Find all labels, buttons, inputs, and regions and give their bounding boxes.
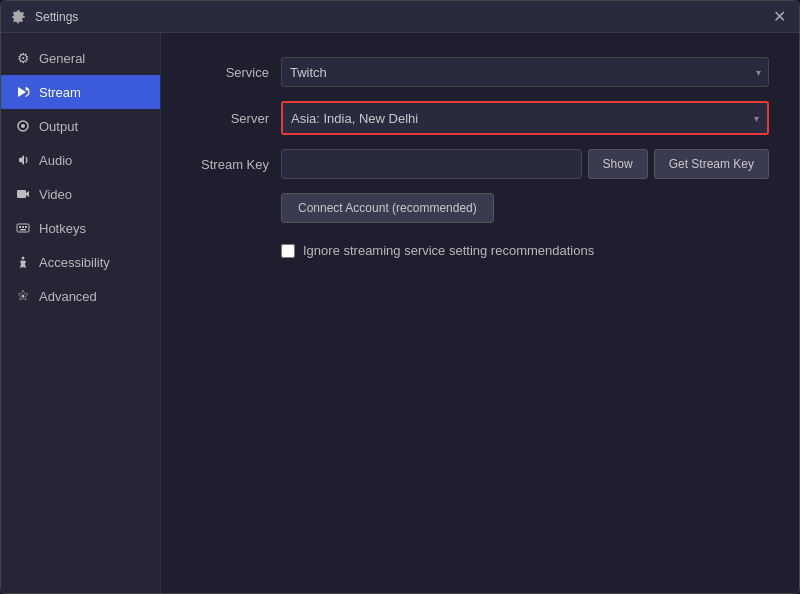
- server-label: Server: [191, 111, 281, 126]
- svg-rect-7: [25, 226, 27, 228]
- sidebar-label-hotkeys: Hotkeys: [39, 221, 86, 236]
- video-icon: [15, 186, 31, 202]
- server-select[interactable]: Asia: India, New Delhi: [283, 103, 767, 133]
- svg-point-2: [21, 124, 25, 128]
- svg-rect-6: [22, 226, 24, 228]
- sidebar-label-video: Video: [39, 187, 72, 202]
- sidebar-item-video[interactable]: Video: [1, 177, 160, 211]
- service-row: Service Twitch ▾: [191, 57, 769, 87]
- sidebar-item-advanced[interactable]: Advanced: [1, 279, 160, 313]
- svg-rect-8: [20, 229, 26, 231]
- hotkeys-icon: [15, 220, 31, 236]
- close-button[interactable]: ✕: [769, 7, 789, 27]
- sidebar-item-hotkeys[interactable]: Hotkeys: [1, 211, 160, 245]
- gear-icon: [15, 50, 31, 66]
- settings-icon: [11, 9, 27, 25]
- settings-window: Settings ✕ General Stream: [0, 0, 800, 594]
- connect-account-button[interactable]: Connect Account (recommended): [281, 193, 494, 223]
- sidebar-item-general[interactable]: General: [1, 41, 160, 75]
- show-button[interactable]: Show: [588, 149, 648, 179]
- sidebar-item-stream[interactable]: Stream: [1, 75, 160, 109]
- svg-rect-5: [19, 226, 21, 228]
- server-row: Server Asia: India, New Delhi ▾: [191, 101, 769, 135]
- svg-point-9: [22, 257, 25, 260]
- ignore-checkbox-label: Ignore streaming service setting recomme…: [303, 243, 594, 258]
- audio-icon: [15, 152, 31, 168]
- svg-point-10: [22, 295, 25, 298]
- sidebar-label-stream: Stream: [39, 85, 81, 100]
- title-bar-text: Settings: [35, 10, 78, 24]
- sidebar: General Stream: [1, 33, 161, 593]
- service-select-wrap: Twitch ▾: [281, 57, 769, 87]
- sidebar-item-output[interactable]: Output: [1, 109, 160, 143]
- sidebar-label-accessibility: Accessibility: [39, 255, 110, 270]
- stream-key-label: Stream Key: [191, 157, 281, 172]
- ignore-checkbox-row: Ignore streaming service setting recomme…: [281, 243, 769, 258]
- service-select[interactable]: Twitch: [281, 57, 769, 87]
- server-select-wrap: Asia: India, New Delhi ▾: [281, 101, 769, 135]
- main-content: Service Twitch ▾ Server Asia: India, New…: [161, 33, 799, 593]
- sidebar-item-audio[interactable]: Audio: [1, 143, 160, 177]
- svg-rect-3: [17, 190, 26, 198]
- output-icon: [15, 118, 31, 134]
- sidebar-label-audio: Audio: [39, 153, 72, 168]
- sidebar-label-output: Output: [39, 119, 78, 134]
- sidebar-item-accessibility[interactable]: Accessibility: [1, 245, 160, 279]
- get-stream-key-button[interactable]: Get Stream Key: [654, 149, 769, 179]
- ignore-checkbox[interactable]: [281, 244, 295, 258]
- service-label: Service: [191, 65, 281, 80]
- stream-key-row: Stream Key Show Get Stream Key: [191, 149, 769, 179]
- sidebar-label-general: General: [39, 51, 85, 66]
- content-area: General Stream: [1, 33, 799, 593]
- title-bar-left: Settings: [11, 9, 78, 25]
- accessibility-icon: [15, 254, 31, 270]
- advanced-icon: [15, 288, 31, 304]
- stream-icon: [15, 84, 31, 100]
- sidebar-label-advanced: Advanced: [39, 289, 97, 304]
- title-bar: Settings ✕: [1, 1, 799, 33]
- connect-account-wrap: Connect Account (recommended): [281, 193, 769, 223]
- stream-key-input[interactable]: [281, 149, 582, 179]
